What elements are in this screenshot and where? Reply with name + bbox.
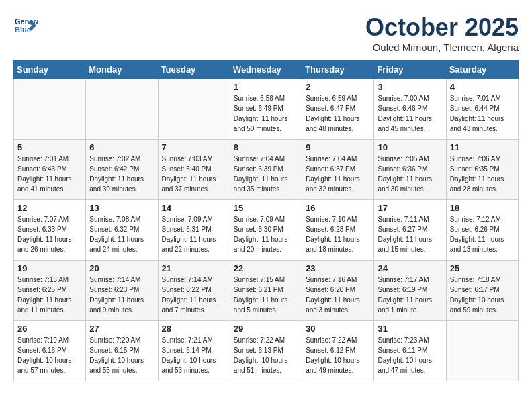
day-info: Sunrise: 7:09 AM Sunset: 6:30 PM Dayligh… [234, 214, 298, 255]
day-of-week-header: Friday [374, 60, 446, 79]
day-info: Sunrise: 7:10 AM Sunset: 6:28 PM Dayligh… [306, 214, 370, 255]
calendar-cell: 17Sunrise: 7:11 AM Sunset: 6:27 PM Dayli… [374, 200, 446, 261]
day-info: Sunrise: 7:02 AM Sunset: 6:42 PM Dayligh… [89, 154, 154, 194]
day-info: Sunrise: 7:11 AM Sunset: 6:27 PM Dayligh… [378, 214, 442, 255]
day-of-week-header: Sunday [14, 60, 86, 79]
calendar-cell: 25Sunrise: 7:18 AM Sunset: 6:17 PM Dayli… [446, 261, 518, 321]
svg-text:Blue: Blue [15, 26, 31, 34]
day-info: Sunrise: 7:12 AM Sunset: 6:26 PM Dayligh… [450, 214, 515, 255]
calendar-cell: 24Sunrise: 7:17 AM Sunset: 6:19 PM Dayli… [374, 261, 446, 321]
calendar-table: SundayMondayTuesdayWednesdayThursdayFrid… [13, 60, 519, 381]
calendar-cell: 28Sunrise: 7:21 AM Sunset: 6:14 PM Dayli… [158, 321, 230, 381]
day-number: 30 [306, 324, 370, 334]
day-info: Sunrise: 7:23 AM Sunset: 6:11 PM Dayligh… [378, 335, 442, 375]
day-number: 19 [17, 263, 82, 273]
calendar-week-row: 5Sunrise: 7:01 AM Sunset: 6:43 PM Daylig… [14, 140, 519, 200]
calendar-cell: 30Sunrise: 7:22 AM Sunset: 6:12 PM Dayli… [302, 321, 374, 381]
day-info: Sunrise: 6:59 AM Sunset: 6:47 PM Dayligh… [306, 93, 370, 134]
calendar-cell: 23Sunrise: 7:16 AM Sunset: 6:20 PM Dayli… [302, 261, 374, 321]
day-number: 31 [378, 324, 442, 334]
calendar-week-row: 19Sunrise: 7:13 AM Sunset: 6:25 PM Dayli… [14, 261, 519, 321]
day-number: 5 [17, 142, 82, 152]
calendar-cell: 22Sunrise: 7:15 AM Sunset: 6:21 PM Dayli… [230, 261, 302, 321]
calendar-cell [14, 79, 86, 140]
calendar-cell: 8Sunrise: 7:04 AM Sunset: 6:39 PM Daylig… [230, 140, 302, 200]
calendar-cell: 11Sunrise: 7:06 AM Sunset: 6:35 PM Dayli… [446, 140, 518, 200]
day-number: 14 [162, 203, 226, 213]
day-of-week-header: Thursday [302, 60, 374, 79]
day-info: Sunrise: 7:21 AM Sunset: 6:14 PM Dayligh… [162, 335, 226, 375]
day-number: 12 [17, 203, 82, 213]
day-info: Sunrise: 7:15 AM Sunset: 6:21 PM Dayligh… [234, 275, 298, 315]
day-number: 24 [378, 263, 442, 273]
day-info: Sunrise: 6:58 AM Sunset: 6:49 PM Dayligh… [234, 93, 298, 134]
day-number: 20 [89, 263, 154, 273]
calendar-cell: 29Sunrise: 7:22 AM Sunset: 6:13 PM Dayli… [230, 321, 302, 381]
day-info: Sunrise: 7:13 AM Sunset: 6:25 PM Dayligh… [17, 275, 82, 315]
day-info: Sunrise: 7:01 AM Sunset: 6:44 PM Dayligh… [450, 93, 515, 134]
calendar-cell: 19Sunrise: 7:13 AM Sunset: 6:25 PM Dayli… [14, 261, 86, 321]
calendar-cell [158, 79, 230, 140]
day-of-week-header: Saturday [446, 60, 518, 79]
day-info: Sunrise: 7:14 AM Sunset: 6:22 PM Dayligh… [162, 275, 226, 315]
day-number: 16 [306, 203, 370, 213]
day-info: Sunrise: 7:18 AM Sunset: 6:17 PM Dayligh… [450, 275, 515, 315]
day-info: Sunrise: 7:05 AM Sunset: 6:36 PM Dayligh… [378, 154, 442, 194]
logo: General Blue [13, 13, 40, 38]
day-info: Sunrise: 7:04 AM Sunset: 6:37 PM Dayligh… [306, 154, 370, 194]
day-info: Sunrise: 7:20 AM Sunset: 6:15 PM Dayligh… [89, 335, 154, 375]
calendar-cell: 13Sunrise: 7:08 AM Sunset: 6:32 PM Dayli… [86, 200, 158, 261]
calendar-cell: 2Sunrise: 6:59 AM Sunset: 6:47 PM Daylig… [302, 79, 374, 140]
day-number: 6 [89, 142, 154, 152]
day-of-week-header: Tuesday [158, 60, 230, 79]
calendar-cell: 6Sunrise: 7:02 AM Sunset: 6:42 PM Daylig… [86, 140, 158, 200]
day-number: 28 [162, 324, 226, 334]
day-info: Sunrise: 7:14 AM Sunset: 6:23 PM Dayligh… [89, 275, 154, 315]
day-of-week-header: Monday [86, 60, 158, 79]
day-number: 25 [450, 263, 515, 273]
day-info: Sunrise: 7:08 AM Sunset: 6:32 PM Dayligh… [89, 214, 154, 255]
calendar-cell: 15Sunrise: 7:09 AM Sunset: 6:30 PM Dayli… [230, 200, 302, 261]
page-header: General Blue October 2025 Ouled Mimoun, … [13, 13, 519, 53]
day-number: 10 [378, 142, 442, 152]
calendar-cell: 20Sunrise: 7:14 AM Sunset: 6:23 PM Dayli… [86, 261, 158, 321]
day-of-week-header: Wednesday [230, 60, 302, 79]
day-number: 26 [17, 324, 82, 334]
day-info: Sunrise: 7:04 AM Sunset: 6:39 PM Dayligh… [234, 154, 298, 194]
day-number: 9 [306, 142, 370, 152]
location: Ouled Mimoun, Tlemcen, Algeria [365, 42, 519, 53]
day-number: 21 [162, 263, 226, 273]
day-number: 17 [378, 203, 442, 213]
month-title: October 2025 [365, 13, 519, 42]
calendar-cell: 4Sunrise: 7:01 AM Sunset: 6:44 PM Daylig… [446, 79, 518, 140]
logo-icon: General Blue [13, 13, 38, 38]
calendar-cell: 16Sunrise: 7:10 AM Sunset: 6:28 PM Dayli… [302, 200, 374, 261]
day-info: Sunrise: 7:22 AM Sunset: 6:13 PM Dayligh… [234, 335, 298, 375]
calendar-cell: 12Sunrise: 7:07 AM Sunset: 6:33 PM Dayli… [14, 200, 86, 261]
day-number: 7 [162, 142, 226, 152]
day-number: 27 [89, 324, 154, 334]
calendar-cell: 10Sunrise: 7:05 AM Sunset: 6:36 PM Dayli… [374, 140, 446, 200]
calendar-cell: 31Sunrise: 7:23 AM Sunset: 6:11 PM Dayli… [374, 321, 446, 381]
calendar-week-row: 12Sunrise: 7:07 AM Sunset: 6:33 PM Dayli… [14, 200, 519, 261]
day-number: 8 [234, 142, 298, 152]
calendar-cell: 3Sunrise: 7:00 AM Sunset: 6:46 PM Daylig… [374, 79, 446, 140]
day-info: Sunrise: 7:01 AM Sunset: 6:43 PM Dayligh… [17, 154, 82, 194]
day-number: 15 [234, 203, 298, 213]
calendar-cell: 27Sunrise: 7:20 AM Sunset: 6:15 PM Dayli… [86, 321, 158, 381]
day-number: 18 [450, 203, 515, 213]
day-info: Sunrise: 7:00 AM Sunset: 6:46 PM Dayligh… [378, 93, 442, 134]
calendar-cell: 9Sunrise: 7:04 AM Sunset: 6:37 PM Daylig… [302, 140, 374, 200]
calendar-cell: 26Sunrise: 7:19 AM Sunset: 6:16 PM Dayli… [14, 321, 86, 381]
day-number: 23 [306, 263, 370, 273]
day-number: 4 [450, 82, 515, 92]
calendar-cell: 14Sunrise: 7:09 AM Sunset: 6:31 PM Dayli… [158, 200, 230, 261]
day-number: 3 [378, 82, 442, 92]
day-info: Sunrise: 7:22 AM Sunset: 6:12 PM Dayligh… [306, 335, 370, 375]
day-number: 1 [234, 82, 298, 92]
day-info: Sunrise: 7:06 AM Sunset: 6:35 PM Dayligh… [450, 154, 515, 194]
day-info: Sunrise: 7:19 AM Sunset: 6:16 PM Dayligh… [17, 335, 82, 375]
calendar-header-row: SundayMondayTuesdayWednesdayThursdayFrid… [14, 60, 519, 79]
day-number: 2 [306, 82, 370, 92]
calendar-week-row: 26Sunrise: 7:19 AM Sunset: 6:16 PM Dayli… [14, 321, 519, 381]
